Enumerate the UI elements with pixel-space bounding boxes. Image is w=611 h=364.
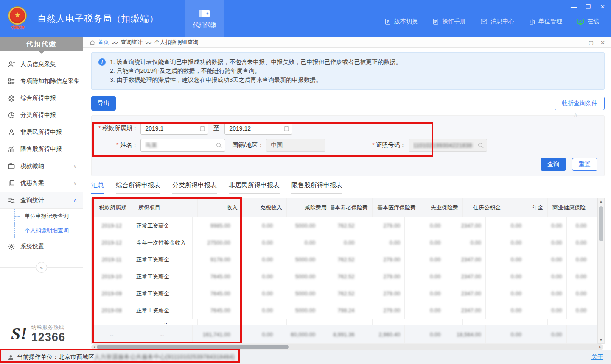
table-row[interactable]: 2019-12正常工资薪金9985.000.005000.00762.52279…: [92, 217, 597, 234]
breadcrumb-separator: >>: [112, 39, 118, 46]
calendar-icon[interactable]: [283, 125, 289, 131]
scroll-down-icon[interactable]: ▼: [600, 337, 603, 343]
column-header: 失业保险费: [420, 198, 463, 217]
tab-nonresident-income[interactable]: 非居民所得申报表: [229, 181, 280, 194]
table-row-partial[interactable]: ..: [92, 319, 597, 325]
menu-message-center[interactable]: 消息中心: [480, 18, 514, 25]
sidebar-item-preferential-filing[interactable]: 优惠备案 ∨: [0, 175, 83, 192]
restore-button[interactable]: ❐: [585, 3, 591, 10]
value-cell: 0.00: [486, 285, 526, 302]
close-button[interactable]: ✕: [599, 3, 606, 10]
scroll-right-icon[interactable]: ▶: [597, 345, 603, 349]
breadcrumb-query-statistics[interactable]: 查询统计: [121, 39, 143, 46]
menu-unit-management[interactable]: 单位管理: [529, 18, 562, 25]
tab-classified-income[interactable]: 分类所得申报表: [172, 181, 217, 194]
value-cell: 0.00: [567, 234, 591, 251]
sidebar-nav: 人员信息采集 专项附加扣除信息采集 综合所得申报 分类所得申报 非居民所得申报: [0, 51, 83, 274]
summary-value-cell: 2,960.40: [359, 325, 405, 343]
value-cell: [548, 319, 590, 325]
calendar-icon[interactable]: [199, 125, 205, 131]
value-cell: 279.00: [359, 251, 405, 268]
value-cell: 0.00: [405, 285, 445, 302]
table-row[interactable]: 2019-09正常工资薪金7645.000.005000.00762.52279…: [92, 285, 597, 302]
column-header: 基本医疗保险费: [373, 198, 420, 217]
minimize-button[interactable]: —: [570, 3, 577, 10]
sidebar-subitem-unit-declaration-query[interactable]: 单位申报记录查询: [0, 209, 83, 223]
page-body: i 1. 该查询统计表仅能查询已申报成功的数据，不包含未申报、申报失败，已申报但…: [83, 48, 611, 350]
column-header: 基本养老保险费: [331, 198, 373, 217]
sidebar-subitem-label: 个人扣缴明细查询: [25, 227, 69, 234]
value-cell: 279.00: [359, 268, 405, 285]
breadcrumb-home[interactable]: 首页: [98, 39, 109, 46]
collapse-query-button[interactable]: 收折查询条件: [555, 97, 605, 110]
sidebar-item-label: 查询统计: [20, 197, 44, 204]
table-row[interactable]: 2019-10正常工资薪金7645.000.005000.00762.52279…: [92, 268, 597, 285]
panel-close-button[interactable]: ✕: [600, 39, 605, 46]
table-row[interactable]: 2019-08正常工资薪金7645.000.005000.00798.24279…: [92, 302, 597, 319]
hotline-logo-icon: S!: [11, 326, 27, 342]
reset-button[interactable]: 重置: [572, 158, 597, 171]
tab-summary[interactable]: 汇总: [91, 181, 104, 194]
document-icon: [432, 18, 439, 25]
tab-comprehensive-income[interactable]: 综合所得申报表: [116, 181, 160, 194]
value-cell: [505, 319, 548, 325]
sidebar-item-tax-payment[interactable]: 税款缴纳 ∨: [0, 158, 83, 175]
hotline-label: 纳税服务热线: [31, 324, 65, 331]
content-area: 首页 >> 查询统计 >> 个人扣缴明细查询 ▢ ✕ i 1. 该查询统计表仅能…: [83, 37, 611, 350]
sidebar-item-nonresident-income[interactable]: 非居民所得申报: [0, 124, 83, 141]
sidebar-item-personnel-info[interactable]: 人员信息采集: [0, 56, 83, 73]
person-icon: [8, 128, 15, 136]
tab-restricted-stock[interactable]: 限售股所得申报表: [291, 181, 342, 194]
value-cell: [591, 302, 597, 319]
period-cell: 2019-08: [92, 302, 132, 319]
sidebar-item-restricted-stock[interactable]: 限售股所得申报: [0, 141, 83, 158]
scroll-left-icon[interactable]: ◀: [91, 345, 97, 349]
value-cell: [590, 319, 597, 325]
scroll-up-icon[interactable]: ▲: [600, 198, 603, 205]
value-cell: 0.00: [359, 234, 405, 251]
sidebar-item-classified-income[interactable]: 分类所得申报: [0, 107, 83, 124]
value-cell: [591, 234, 597, 251]
vertical-scroll-thumb[interactable]: [599, 206, 603, 241]
id-number-input: [409, 139, 487, 152]
sidebar-item-label: 分类所得申报: [20, 111, 56, 119]
period-to-input[interactable]: [224, 122, 292, 135]
sidebar-item-system-settings[interactable]: 系统设置: [0, 238, 83, 255]
horizontal-scrollbar[interactable]: ◀ ▶: [91, 344, 603, 350]
search-button[interactable]: 查询: [541, 158, 566, 171]
menu-label: 消息中心: [490, 18, 514, 25]
value-cell: 0.00: [486, 217, 526, 234]
menu-manual[interactable]: 操作手册: [432, 18, 466, 25]
menu-label: 版本切换: [394, 18, 418, 25]
sidebar-item-label: 系统设置: [20, 243, 44, 250]
value-cell: 0.00: [526, 251, 566, 268]
header-tab-withholding[interactable]: 代扣代缴: [185, 0, 224, 37]
search-icon[interactable]: [216, 142, 222, 149]
nationality-label: 国籍/地区：: [232, 142, 263, 149]
value-cell: 27500.00: [193, 234, 235, 251]
summary-value-cell: 60,000.00: [277, 325, 320, 343]
vertical-scrollbar[interactable]: ▲ ▼: [597, 198, 605, 344]
about-link[interactable]: 关于: [591, 353, 603, 361]
period-cell: 2019-12: [92, 217, 132, 234]
value-cell: 0.00: [526, 302, 566, 319]
value-cell: 7645.00: [193, 268, 235, 285]
sidebar-subitem-personal-withholding-query[interactable]: 个人扣缴明细查询: [0, 223, 83, 238]
online-status[interactable]: 在线: [577, 18, 599, 25]
name-input[interactable]: [140, 139, 225, 152]
period-from-input[interactable]: [140, 122, 208, 135]
value-cell: 0.00: [567, 285, 591, 302]
export-button[interactable]: 导出: [91, 96, 116, 111]
sidebar-item-query-statistics[interactable]: 查询统计 ∧: [0, 192, 83, 208]
horizontal-scroll-thumb[interactable]: [97, 345, 289, 349]
table-row[interactable]: 2019-12全年一次性奖金收入27500.000.000.000.000.00…: [92, 234, 597, 251]
table-row[interactable]: 2019-11正常工资薪金9178.000.005000.00762.52279…: [92, 251, 597, 268]
sidebar-collapse-button[interactable]: «: [36, 262, 47, 273]
window-controls: — ❐ ✕: [570, 3, 606, 10]
sidebar-item-special-deduction[interactable]: 专项附加扣除信息采集: [0, 73, 83, 90]
panel-maximize-button[interactable]: ▢: [589, 39, 594, 46]
search-icon[interactable]: [477, 142, 484, 149]
value-cell: [198, 319, 242, 325]
sidebar-item-comprehensive-income[interactable]: 综合所得申报: [0, 90, 83, 107]
menu-version-switch[interactable]: 版本切换: [384, 18, 418, 25]
